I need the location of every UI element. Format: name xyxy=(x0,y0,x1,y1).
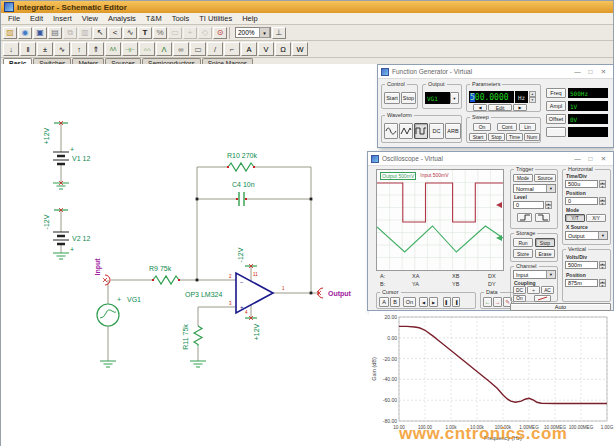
sweep-stop-button[interactable]: Stop xyxy=(488,133,505,141)
auto-button[interactable]: Auto xyxy=(510,303,611,311)
battery-v2[interactable]: + xyxy=(53,208,74,259)
stop-button[interactable]: Stop xyxy=(535,238,555,247)
ammeter-icon[interactable]: A xyxy=(241,42,257,56)
frequency-stepper[interactable]: ▴▾ xyxy=(529,91,536,103)
menu-item[interactable]: T&M xyxy=(141,13,167,24)
trigger-source-button[interactable]: Source xyxy=(534,174,556,182)
switch-icon[interactable]: / xyxy=(207,42,223,56)
voltmeter-icon[interactable]: V xyxy=(258,42,274,56)
coupling-dc-button[interactable]: DC xyxy=(513,286,526,294)
menu-item[interactable]: Analysis xyxy=(103,13,141,24)
paste-icon[interactable]: ▥ xyxy=(78,27,92,39)
trigger-mode-button[interactable]: Mode xyxy=(513,174,533,182)
trigger-falling-edge-button[interactable] xyxy=(535,213,550,222)
open-icon[interactable]: ▨ xyxy=(3,27,17,39)
sweep-on-button[interactable]: On xyxy=(473,123,491,131)
function-generator-window[interactable]: Function Generator - Virtual — □ ✕ Contr… xyxy=(377,64,614,148)
trigger-mode-select[interactable]: Normal▾ xyxy=(513,184,556,193)
channel-on-button[interactable]: On xyxy=(513,295,526,302)
select-cursor-icon[interactable]: ↖ xyxy=(93,27,107,39)
chevron-down-icon[interactable]: ▾ xyxy=(450,92,459,104)
relay-icon[interactable]: ▭ xyxy=(190,42,206,56)
erase-button[interactable]: Erase xyxy=(535,249,555,258)
volts-div-stepper[interactable]: ▴▾ xyxy=(599,261,606,269)
channel-select[interactable]: Input▾ xyxy=(513,270,556,279)
offset-readout-button[interactable]: Offset xyxy=(546,114,566,124)
maximize-button[interactable]: □ xyxy=(584,66,597,78)
export-right-icon[interactable]: → xyxy=(493,297,502,307)
export-icon[interactable]: ◉ xyxy=(18,27,32,39)
dc-button[interactable]: DC xyxy=(429,123,444,139)
pan-icon[interactable]: ◇ xyxy=(198,27,212,39)
transformer-icon[interactable]: ∞ xyxy=(173,42,189,56)
voltage-generator-icon[interactable]: ∿ xyxy=(54,42,70,56)
cursor-jump-left-button[interactable]: ▌ xyxy=(443,297,451,307)
freq-readout-button[interactable]: Freq xyxy=(546,88,566,98)
trigger-level-stepper[interactable]: ▴▾ xyxy=(545,201,552,209)
frequency-display[interactable]: 500.0000 xyxy=(469,91,514,103)
voltage-source-icon[interactable]: ± xyxy=(37,42,53,56)
schematic-canvas[interactable]: + +12V V1 12 + -12V V2 12 Inpu xyxy=(1,64,614,446)
ampl-readout-button[interactable]: Ampl xyxy=(546,101,566,111)
menu-item[interactable]: File xyxy=(3,13,25,24)
cursor-jump-right-button[interactable]: ▐ xyxy=(452,297,460,307)
battery-v1[interactable]: + xyxy=(53,121,74,189)
capacitor-c4[interactable] xyxy=(236,192,247,206)
v-position-field[interactable]: 875m xyxy=(565,279,598,287)
h-position-stepper[interactable]: ▴▾ xyxy=(599,197,606,205)
wire-icon[interactable]: ∿ xyxy=(123,27,137,39)
component-cursor-icon[interactable]: < xyxy=(108,27,122,39)
inductor-icon[interactable]: ∩∩ xyxy=(139,42,155,56)
close-icon[interactable]: ✕ xyxy=(597,66,610,78)
sweep-start-button[interactable]: Start xyxy=(469,133,487,141)
oscilloscope-window[interactable]: Oscilloscope - Virtual — □ ✕ Output 500m… xyxy=(367,151,614,311)
arb-button[interactable]: ARB xyxy=(445,123,461,139)
wires[interactable] xyxy=(61,123,319,361)
edit-button[interactable]: Edit xyxy=(488,104,512,111)
input-port[interactable] xyxy=(103,275,110,285)
output-select[interactable]: VG1 xyxy=(425,92,450,104)
digit-right-button[interactable]: ▶ xyxy=(513,104,527,111)
output-port[interactable] xyxy=(317,288,323,298)
minimize-button[interactable]: — xyxy=(571,153,584,165)
magnifier-icon[interactable]: ⊙ xyxy=(213,27,227,39)
trigger-level-field[interactable]: 0 xyxy=(513,201,544,209)
resistor-r9[interactable] xyxy=(152,276,180,284)
jumper-icon[interactable]: ⌐ xyxy=(224,42,240,56)
print-icon[interactable]: ▤ xyxy=(48,27,62,39)
resistor-r11[interactable] xyxy=(190,326,206,367)
triangle-wave-button[interactable] xyxy=(399,123,413,139)
resistor-icon[interactable]: ΛΛ xyxy=(105,42,121,56)
close-icon[interactable]: ✕ xyxy=(597,153,610,165)
sweep-time-button[interactable]: Time xyxy=(506,133,523,141)
maximize-button[interactable]: □ xyxy=(584,153,597,165)
cursor-a-button[interactable]: A xyxy=(379,297,389,307)
menu-item[interactable]: TI Utilities xyxy=(194,13,237,24)
menu-item[interactable]: Help xyxy=(237,13,262,24)
vg1-source[interactable]: + xyxy=(97,296,121,367)
save-icon[interactable]: ▣ xyxy=(33,27,47,39)
cursor-b-button[interactable]: B xyxy=(390,297,400,307)
pin-connector-icon[interactable]: ⊥ xyxy=(272,27,286,39)
h-position-field[interactable]: 0 xyxy=(565,197,598,205)
run-button[interactable]: Run xyxy=(513,238,533,247)
v-position-stepper[interactable]: ▴▾ xyxy=(599,279,606,287)
wattmeter-icon[interactable]: W xyxy=(292,42,308,56)
digit-left-button[interactable]: ◀ xyxy=(473,104,487,111)
battery-icon[interactable]: ‖ xyxy=(20,42,36,56)
store-button[interactable]: Store xyxy=(513,249,533,258)
square-wave-button[interactable] xyxy=(414,123,428,139)
wire-icon[interactable]: ↓ xyxy=(3,42,19,56)
title-bar[interactable]: integrator - Schematic Editor xyxy=(1,1,613,13)
time-div-stepper[interactable]: ▴▾ xyxy=(599,180,606,188)
zoom-out-icon[interactable]: ▭ xyxy=(168,27,182,39)
time-div-field[interactable]: 500u xyxy=(565,180,598,188)
coupling-gnd-button[interactable]: ÷ xyxy=(527,286,540,294)
xy-mode-button[interactable]: X/Y xyxy=(586,214,606,222)
potentiometer-icon[interactable]: Λ xyxy=(156,42,172,56)
menu-item[interactable]: View xyxy=(77,13,103,24)
sweep-lin-button[interactable]: Lin xyxy=(519,123,536,131)
export-left-icon[interactable]: ← xyxy=(483,297,492,307)
x-source-select[interactable]: Output▾ xyxy=(565,231,608,240)
oscilloscope-titlebar[interactable]: Oscilloscope - Virtual — □ ✕ xyxy=(368,152,613,166)
